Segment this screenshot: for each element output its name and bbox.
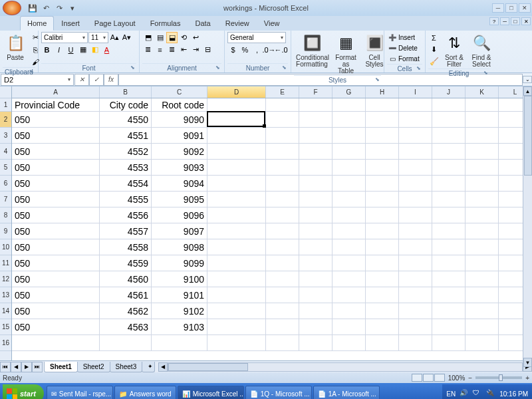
cell[interactable] <box>332 271 366 287</box>
row-header-5[interactable]: 5 <box>0 160 11 176</box>
cell[interactable]: 050 <box>12 255 100 271</box>
format-cells-button[interactable]: ▭Format <box>387 53 420 64</box>
cell[interactable] <box>366 98 399 112</box>
cell[interactable] <box>366 223 399 239</box>
cell[interactable] <box>299 319 332 335</box>
row-header-1[interactable]: 1 <box>0 98 11 112</box>
cell[interactable] <box>266 223 299 239</box>
cell[interactable] <box>266 144 299 160</box>
cell[interactable] <box>466 160 499 176</box>
vscroll-thumb[interactable] <box>524 96 532 176</box>
cell[interactable]: 4560 <box>100 271 152 287</box>
bold-button[interactable]: B <box>41 44 53 55</box>
increase-decimal-icon[interactable]: .0→ <box>263 44 275 55</box>
cell[interactable]: 050 <box>12 160 100 176</box>
paste-button[interactable]: 📋 Paste <box>3 32 28 62</box>
cell[interactable] <box>332 287 366 303</box>
cell[interactable]: 4559 <box>100 255 152 271</box>
cell[interactable] <box>332 303 366 319</box>
row-header-7[interactable]: 7 <box>0 192 11 207</box>
cell[interactable] <box>466 223 499 239</box>
cell[interactable] <box>399 192 432 207</box>
cell[interactable] <box>207 303 266 319</box>
decrease-decimal-icon[interactable]: ←.0 <box>275 44 287 55</box>
cell[interactable]: 050 <box>12 128 100 144</box>
cell[interactable]: 9096 <box>152 207 207 223</box>
cell[interactable] <box>266 239 299 255</box>
find-select-button[interactable]: 🔍Find & Select <box>469 32 494 68</box>
cell[interactable] <box>432 112 466 128</box>
language-indicator[interactable]: EN <box>446 390 456 398</box>
cell[interactable] <box>432 192 466 207</box>
column-header-F[interactable]: F <box>299 86 332 98</box>
cell[interactable] <box>299 335 332 351</box>
shrink-font-icon[interactable]: A▾ <box>121 32 132 43</box>
cell[interactable] <box>366 303 399 319</box>
cell[interactable] <box>266 287 299 303</box>
currency-icon[interactable]: $ <box>227 44 239 55</box>
cell[interactable] <box>299 128 332 144</box>
cell[interactable] <box>100 335 152 351</box>
cell[interactable] <box>366 287 399 303</box>
taskbar-item[interactable]: ✉Sent Mail - rspe... <box>47 386 113 399</box>
tray-icon[interactable]: 🔊 <box>460 389 469 398</box>
cell[interactable]: 9103 <box>152 319 207 335</box>
column-header-J[interactable]: J <box>432 86 466 98</box>
cell[interactable] <box>266 160 299 176</box>
tray-icon[interactable]: 🛡 <box>473 389 482 398</box>
percent-icon[interactable]: % <box>239 44 251 55</box>
scroll-up-icon[interactable]: ▲ <box>523 86 532 96</box>
cell[interactable] <box>432 207 466 223</box>
enter-formula-icon[interactable]: ✓ <box>89 74 104 86</box>
expand-formula-bar-icon[interactable]: ⌄ <box>523 76 532 83</box>
office-button[interactable] <box>3 1 21 15</box>
cell[interactable] <box>366 207 399 223</box>
cell[interactable] <box>466 128 499 144</box>
cell[interactable] <box>466 255 499 271</box>
hscroll-thumb[interactable] <box>168 363 248 371</box>
cell[interactable] <box>399 112 432 128</box>
row-header-10[interactable]: 10 <box>0 239 11 255</box>
sheet-prev-icon[interactable]: ◀ <box>11 362 21 372</box>
cell[interactable] <box>366 319 399 335</box>
cell[interactable]: 050 <box>12 239 100 255</box>
sheet-first-icon[interactable]: ⏮ <box>0 362 11 372</box>
cell[interactable] <box>207 112 266 128</box>
cell[interactable] <box>266 112 299 128</box>
cell[interactable]: Provincial Code <box>12 98 100 112</box>
orientation-icon[interactable]: ⟲ <box>178 32 190 43</box>
cell[interactable] <box>299 255 332 271</box>
italic-button[interactable]: I <box>53 44 65 55</box>
cell[interactable] <box>299 223 332 239</box>
cell[interactable] <box>399 160 432 176</box>
column-header-E[interactable]: E <box>266 86 299 98</box>
cell[interactable] <box>432 144 466 160</box>
cell[interactable] <box>299 287 332 303</box>
zoom-out-icon[interactable]: − <box>468 374 472 382</box>
cell[interactable]: Root code <box>152 98 207 112</box>
cell[interactable]: 050 <box>12 223 100 239</box>
cell[interactable]: 4556 <box>100 207 152 223</box>
cell[interactable] <box>299 144 332 160</box>
row-header-15[interactable]: 15 <box>0 319 11 335</box>
delete-cells-button[interactable]: ➖Delete <box>387 43 418 53</box>
cell[interactable]: 050 <box>12 176 100 192</box>
tab-data[interactable]: Data <box>188 16 217 31</box>
cell[interactable]: 9097 <box>152 223 207 239</box>
tab-home[interactable]: Home <box>20 16 54 31</box>
cell[interactable]: 4553 <box>100 160 152 176</box>
cell[interactable] <box>207 144 266 160</box>
sheet-next-icon[interactable]: ▶ <box>21 362 32 372</box>
cell[interactable] <box>299 207 332 223</box>
cell[interactable] <box>299 160 332 176</box>
cell[interactable] <box>466 303 499 319</box>
cell[interactable] <box>399 98 432 112</box>
column-header-H[interactable]: H <box>366 86 399 98</box>
tab-review[interactable]: Review <box>218 16 257 31</box>
column-header-B[interactable]: B <box>100 86 152 98</box>
cell[interactable]: 9091 <box>152 128 207 144</box>
row-header-14[interactable]: 14 <box>0 303 11 319</box>
cell[interactable] <box>432 319 466 335</box>
row-header-8[interactable]: 8 <box>0 207 11 223</box>
doc-minimize-button[interactable]: ─ <box>500 17 509 25</box>
